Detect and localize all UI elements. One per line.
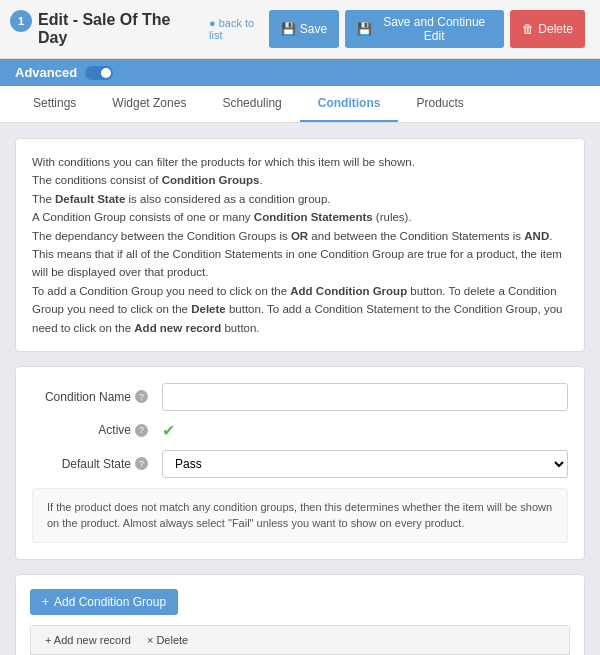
delete-button[interactable]: 🗑 Delete bbox=[510, 10, 585, 48]
default-state-help-icon[interactable]: ? bbox=[135, 457, 148, 470]
default-state-label: Default State ? bbox=[32, 457, 162, 471]
page-title: Edit - Sale Of The Day bbox=[38, 11, 199, 47]
active-help-icon[interactable]: ? bbox=[135, 424, 148, 437]
condition-name-label: Condition Name ? bbox=[32, 390, 162, 404]
info-box: With conditions you can filter the produ… bbox=[15, 138, 585, 352]
tab-products[interactable]: Products bbox=[398, 86, 481, 122]
save-icon: 💾 bbox=[281, 22, 296, 36]
active-label: Active ? bbox=[32, 423, 162, 437]
add-new-record-button[interactable]: + Add new record bbox=[41, 632, 135, 648]
save-button[interactable]: 💾 Save bbox=[269, 10, 339, 48]
save-continue-button[interactable]: 💾 Save and Continue Edit bbox=[345, 10, 504, 48]
tab-conditions[interactable]: Conditions bbox=[300, 86, 399, 122]
info-line5: The dependancy between the Condition Gro… bbox=[32, 227, 568, 282]
checkmark-icon: ✔ bbox=[162, 421, 175, 440]
tab-scheduling[interactable]: Scheduling bbox=[204, 86, 299, 122]
back-link[interactable]: ● back to list bbox=[209, 17, 269, 41]
delete-icon: 🗑 bbox=[522, 22, 534, 36]
info-line6: To add a Condition Group you need to cli… bbox=[32, 282, 568, 337]
hint-box: If the product does not match any condit… bbox=[32, 488, 568, 543]
tabs-bar: Settings Widget Zones Scheduling Conditi… bbox=[0, 86, 600, 123]
advanced-bar: Advanced bbox=[0, 59, 600, 86]
info-line2: The conditions consist of Condition Grou… bbox=[32, 171, 568, 189]
circle-icon: ● bbox=[209, 17, 216, 29]
table-toolbar: + Add new record × Delete bbox=[31, 626, 569, 655]
step-badge: 1 bbox=[10, 10, 32, 32]
active-checkbox-wrap: ✔ bbox=[162, 421, 175, 440]
default-state-row: Default State ? Pass Fail bbox=[32, 450, 568, 478]
active-row: Active ? ✔ bbox=[32, 421, 568, 440]
page-header: Edit - Sale Of The Day ● back to list 💾 … bbox=[0, 0, 600, 59]
tab-settings[interactable]: Settings bbox=[15, 86, 94, 122]
default-state-select[interactable]: Pass Fail bbox=[162, 450, 568, 478]
condition-table-wrap: + Add new record × Delete Type Property … bbox=[30, 625, 570, 655]
info-line1: With conditions you can filter the produ… bbox=[32, 153, 568, 171]
condition-name-help-icon[interactable]: ? bbox=[135, 390, 148, 403]
plus-icon: + bbox=[42, 595, 49, 609]
tab-widget-zones[interactable]: Widget Zones bbox=[94, 86, 204, 122]
condition-name-row: Condition Name ? bbox=[32, 383, 568, 411]
condition-name-input[interactable] bbox=[162, 383, 568, 411]
info-line4: A Condition Group consists of one or man… bbox=[32, 208, 568, 226]
form-box: Condition Name ? Active ? ✔ Default Stat… bbox=[15, 366, 585, 560]
header-left: Edit - Sale Of The Day ● back to list bbox=[38, 11, 269, 47]
save-continue-icon: 💾 bbox=[357, 22, 372, 36]
condition-section: + Add Condition Group + Add new record ×… bbox=[15, 574, 585, 655]
info-line3: The Default State is also considered as … bbox=[32, 190, 568, 208]
header-buttons: 💾 Save 💾 Save and Continue Edit 🗑 Delete bbox=[269, 10, 585, 48]
advanced-toggle[interactable] bbox=[85, 66, 113, 80]
add-condition-group-button[interactable]: + Add Condition Group bbox=[30, 589, 178, 615]
advanced-label: Advanced bbox=[15, 65, 77, 80]
table-delete-button[interactable]: × Delete bbox=[143, 632, 192, 648]
main-content: With conditions you can filter the produ… bbox=[0, 123, 600, 655]
